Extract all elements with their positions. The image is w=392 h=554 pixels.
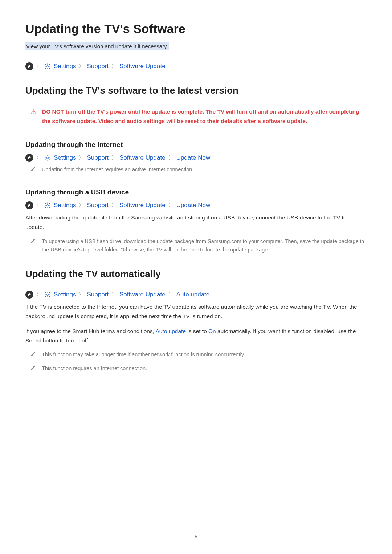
gear-icon	[44, 155, 51, 161]
pencil-icon	[30, 350, 36, 359]
breadcrumb-auto: 〉 Settings 〉 Support 〉 Software Update 〉…	[25, 291, 367, 299]
text-fragment: If you agree to the Smart Hub terms and …	[25, 328, 155, 334]
chevron-right-icon: 〉	[79, 155, 84, 161]
chevron-right-icon: 〉	[36, 291, 41, 298]
breadcrumb-software-update: Software Update	[119, 154, 166, 161]
chevron-right-icon: 〉	[168, 155, 173, 161]
warning-text: DO NOT turn off the TV's power until the…	[42, 107, 367, 126]
auto-body-text-1: If the TV is connected to the Internet, …	[25, 302, 367, 321]
chevron-right-icon: 〉	[111, 155, 117, 161]
home-icon	[25, 201, 33, 209]
chevron-right-icon: 〉	[36, 202, 41, 209]
breadcrumb-support: Support	[87, 63, 109, 70]
chevron-right-icon: 〉	[111, 202, 117, 209]
warning-icon: ⚠	[30, 107, 36, 126]
chevron-right-icon: 〉	[168, 291, 173, 298]
pencil-icon	[30, 165, 36, 174]
breadcrumb-internet: 〉 Settings 〉 Support 〉 Software Update 〉…	[25, 154, 367, 162]
gear-icon	[44, 63, 51, 70]
chevron-right-icon: 〉	[111, 291, 117, 298]
section-heading-automatically: Updating the TV automatically	[25, 268, 367, 280]
note-text: Updating from the Internet requires an a…	[42, 165, 193, 174]
note-block: Updating from the Internet requires an a…	[25, 165, 367, 174]
home-icon	[25, 291, 33, 299]
note-block: To update using a USB flash drive, downl…	[25, 237, 367, 254]
svg-point-3	[47, 294, 49, 296]
breadcrumb-settings: Settings	[54, 63, 76, 70]
breadcrumb-software-update: Software Update	[119, 63, 166, 70]
note-block: This function requires an Internet conne…	[25, 364, 367, 373]
pencil-icon	[30, 364, 36, 373]
auto-body-text-2: If you agree to the Smart Hub terms and …	[25, 327, 367, 346]
chevron-right-icon: 〉	[111, 63, 117, 70]
chevron-right-icon: 〉	[36, 63, 41, 70]
chevron-right-icon: 〉	[79, 202, 84, 209]
page-subtitle: View your TV's software version and upda…	[25, 42, 169, 50]
breadcrumb-support: Support	[87, 202, 109, 209]
page-number: - 6 -	[0, 534, 392, 539]
breadcrumb-update-now: Update Now	[176, 154, 211, 161]
chevron-right-icon: 〉	[79, 63, 84, 70]
svg-point-0	[47, 66, 49, 67]
breadcrumb-settings: Settings	[54, 154, 76, 161]
breadcrumb-software-update: Software Update	[119, 202, 166, 209]
note-text: This function may take a longer time if …	[42, 350, 245, 359]
note-text: To update using a USB flash drive, downl…	[42, 237, 367, 254]
breadcrumb-software-update: Software Update	[119, 291, 166, 298]
inline-link-on: On	[208, 328, 216, 334]
chevron-right-icon: 〉	[36, 155, 41, 161]
warning-block: ⚠ DO NOT turn off the TV's power until t…	[25, 107, 367, 126]
gear-icon	[44, 202, 51, 209]
svg-point-2	[47, 205, 49, 206]
breadcrumb-main: 〉 Settings 〉 Support 〉 Software Update	[25, 62, 367, 70]
chevron-right-icon: 〉	[79, 291, 84, 298]
usb-body-text: After downloading the update file from t…	[25, 213, 367, 232]
document-page: Updating the TV's Software View your TV'…	[0, 0, 392, 396]
inline-link-auto-update: Auto update	[155, 328, 186, 334]
page-title: Updating the TV's Software	[25, 22, 367, 36]
breadcrumb-auto-update: Auto update	[176, 291, 210, 298]
breadcrumb-support: Support	[87, 154, 109, 161]
chevron-right-icon: 〉	[168, 202, 173, 209]
breadcrumb-update-now: Update Now	[176, 202, 211, 209]
note-text: This function requires an Internet conne…	[42, 364, 147, 373]
subsection-heading-internet: Updating through the Internet	[25, 141, 367, 149]
pencil-icon	[30, 237, 36, 254]
section-heading-latest-version: Updating the TV's software to the latest…	[25, 85, 367, 96]
svg-point-1	[47, 157, 49, 159]
text-fragment: is set to	[186, 328, 208, 334]
gear-icon	[44, 291, 51, 298]
home-icon	[25, 154, 33, 162]
breadcrumb-usb: 〉 Settings 〉 Support 〉 Software Update 〉…	[25, 201, 367, 209]
subsection-heading-usb: Updating through a USB device	[25, 188, 367, 196]
note-block: This function may take a longer time if …	[25, 350, 367, 359]
breadcrumb-support: Support	[87, 291, 109, 298]
breadcrumb-settings: Settings	[54, 291, 76, 298]
breadcrumb-settings: Settings	[54, 202, 76, 209]
home-icon	[25, 62, 33, 70]
